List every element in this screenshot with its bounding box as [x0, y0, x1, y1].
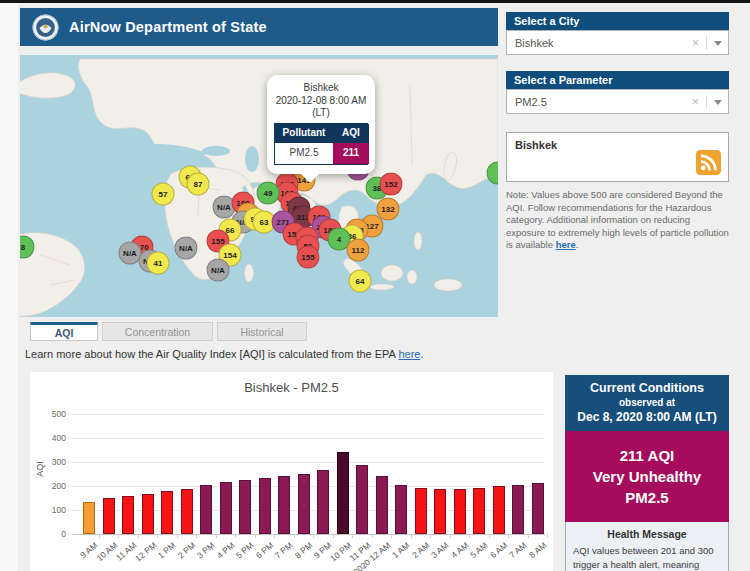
parameter-select[interactable]: PM2.5 ×	[506, 89, 729, 114]
popup-timezone: (LT)	[274, 107, 368, 120]
chart-x-tick	[274, 534, 275, 538]
aqi-station-marker[interactable]: 87	[187, 173, 210, 196]
chart-x-tick	[450, 534, 451, 538]
chart-x-tick	[157, 534, 158, 538]
tab-historical[interactable]: Historical	[217, 322, 307, 341]
aqi-station-marker[interactable]: 152	[380, 173, 403, 196]
chart-gridline	[72, 414, 545, 415]
feed-city-label: Bishkek	[515, 139, 557, 151]
chart-bar[interactable]	[493, 486, 505, 534]
chart-bar[interactable]	[83, 502, 95, 534]
left-gutter	[0, 3, 18, 571]
map-popup: Bishkek 2020-12-08 8:00 AM (LT) Pollutan…	[267, 75, 375, 174]
aqi-station-marker[interactable]: 112	[347, 239, 370, 262]
chart-x-tick	[372, 534, 373, 538]
note-body: Note: Values above 500 are considered Be…	[506, 189, 729, 250]
current-conditions-title: Current Conditions	[569, 381, 725, 395]
chart-x-tick	[196, 534, 197, 538]
aqi-world-map[interactable]: 8638757N/A19078N/A906366N/A170N/AN/A4115…	[20, 55, 498, 317]
chart-bar[interactable]	[512, 485, 524, 534]
chart-x-tick	[138, 534, 139, 538]
chart-bar[interactable]	[454, 489, 466, 534]
rss-feed-icon[interactable]	[696, 150, 721, 175]
chart-bar[interactable]	[239, 480, 251, 534]
aqi-station-marker[interactable]: 64	[349, 270, 372, 293]
chart-x-tick	[391, 534, 392, 538]
chart-bar[interactable]	[532, 483, 544, 534]
chart-bar[interactable]	[298, 474, 310, 534]
popup-pollutant-value: PM2.5	[275, 142, 333, 164]
aqi-station-marker[interactable]: 41	[147, 252, 170, 275]
chart-y-tick-label: 400	[30, 433, 66, 443]
chart-bar[interactable]	[473, 488, 485, 534]
current-conditions-header: Current Conditions observed at Dec 8, 20…	[565, 375, 729, 431]
note-here-link[interactable]: here	[556, 239, 576, 250]
parameter-clear-icon[interactable]: ×	[692, 95, 707, 109]
city-select-value: Bishkek	[515, 37, 554, 49]
city-dropdown-caret-icon[interactable]	[714, 41, 722, 50]
chart-bar[interactable]	[278, 476, 290, 534]
note-period: .	[576, 239, 579, 250]
chart-bar[interactable]	[220, 482, 232, 534]
tab-concentration[interactable]: Concentration	[102, 322, 213, 341]
health-message-block: Health Message AQI values between 201 an…	[565, 522, 729, 571]
chart-bar[interactable]	[434, 489, 446, 534]
chart-bar[interactable]	[317, 470, 329, 534]
popup-col-aqi: AQI	[333, 124, 369, 143]
aqi-station-marker[interactable]: 57	[152, 183, 175, 206]
popup-city: Bishkek	[274, 82, 368, 95]
select-parameter-header: Select a Parameter	[506, 71, 729, 89]
chart-y-tick-label: 500	[30, 409, 66, 419]
chart-bar[interactable]	[376, 476, 388, 534]
aqi-station-marker[interactable]: 49	[257, 182, 280, 205]
note-text: Note: Values above 500 are considered Be…	[506, 189, 730, 252]
chart-bar[interactable]	[161, 491, 173, 534]
popup-col-pollutant: Pollutant	[275, 124, 333, 143]
chart-x-tick	[528, 534, 529, 538]
aqi-station-marker[interactable]: 8	[20, 236, 35, 259]
chart-x-tick	[313, 534, 314, 538]
parameter-dropdown-caret-icon[interactable]	[714, 100, 722, 109]
epa-here-link[interactable]: here	[398, 348, 420, 360]
chart-x-tick	[216, 534, 217, 538]
chart-bar[interactable]	[415, 488, 427, 534]
learn-more-text: Learn more about how the Air Quality Ind…	[25, 348, 423, 360]
aqi-station-marker[interactable]: N/A	[207, 259, 230, 282]
observed-datetime: Dec 8, 2020 8:00 AM (LT)	[569, 410, 725, 424]
city-select[interactable]: Bishkek ×	[506, 30, 729, 55]
chart-bar[interactable]	[122, 496, 134, 534]
parameter-select-value: PM2.5	[515, 96, 547, 108]
chart-x-tick	[235, 534, 236, 538]
chart-x-tick	[469, 534, 470, 538]
chart-bar[interactable]	[395, 485, 407, 534]
chart-title: Bishkek - PM2.5	[30, 380, 553, 395]
chart-x-tick	[333, 534, 334, 538]
stations-layer: 8638757N/A19078N/A906366N/A170N/AN/A4115…	[20, 55, 498, 317]
popup-datetime: 2020-12-08 8:00 AM	[274, 95, 368, 108]
chart-y-tick-label: 0	[30, 529, 66, 539]
chart-x-tick	[430, 534, 431, 538]
chart-y-tick-label: 100	[30, 505, 66, 515]
aqi-bar-chart: Bishkek - PM2.5 AQI 01002003004005009 AM…	[30, 372, 553, 571]
chart-bar[interactable]	[356, 465, 368, 534]
page-title: AirNow Department of State	[69, 19, 267, 35]
chart-bar[interactable]	[259, 478, 271, 534]
chart-bar[interactable]	[142, 494, 154, 534]
current-pollutant: PM2.5	[569, 487, 725, 508]
browser-top-strip	[0, 0, 750, 3]
aqi-station-marker[interactable]: 155	[297, 246, 320, 269]
chart-gridline	[72, 462, 545, 463]
chart-x-tick	[118, 534, 119, 538]
city-clear-icon[interactable]: ×	[692, 36, 707, 50]
chart-gridline	[72, 438, 545, 439]
aqi-station-marker[interactable]: N/A	[175, 237, 198, 260]
current-conditions-panel: Current Conditions observed at Dec 8, 20…	[565, 375, 729, 571]
aqi-station-marker[interactable]	[487, 162, 499, 185]
current-aqi-value: 211 AQI	[569, 445, 725, 466]
chart-bar[interactable]	[337, 452, 349, 534]
chart-x-tick	[508, 534, 509, 538]
tab-aqi[interactable]: AQI	[30, 322, 98, 341]
chart-bar[interactable]	[103, 498, 115, 534]
chart-bar[interactable]	[200, 485, 212, 534]
chart-bar[interactable]	[181, 489, 193, 534]
